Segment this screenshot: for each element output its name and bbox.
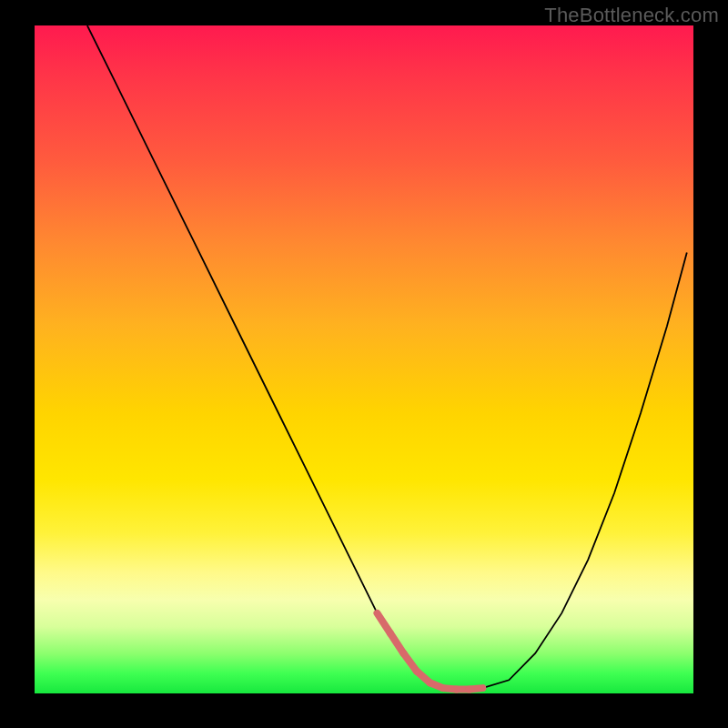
highlight-segment: [470, 688, 482, 689]
chart-frame: TheBottleneck.com: [0, 0, 728, 728]
chart-svg: [35, 25, 693, 693]
bottleneck-curve: [87, 25, 687, 690]
plot-area: [35, 25, 693, 693]
watermark-text: TheBottleneck.com: [544, 4, 719, 27]
highlight-markers: [377, 613, 482, 690]
